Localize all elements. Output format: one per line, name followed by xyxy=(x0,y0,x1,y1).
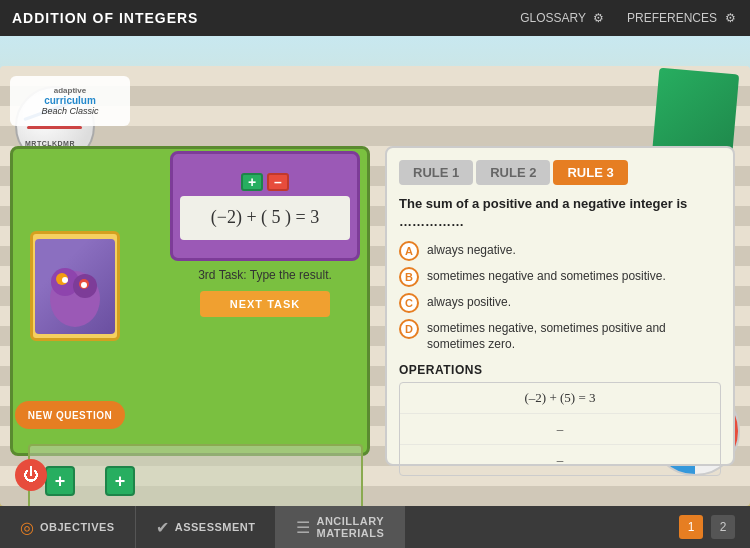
new-question-button[interactable]: NEW QUESTION xyxy=(15,401,125,429)
option-c-circle: C xyxy=(399,293,419,313)
assessment-label: ASSESSMENT xyxy=(175,521,256,533)
glossary-icon: ⚙ xyxy=(591,10,607,26)
assessment-icon: ✔ xyxy=(156,518,169,537)
materials-label: MATERIALS xyxy=(316,527,384,539)
objectives-label: OBJECTIVES xyxy=(40,521,115,533)
option-d-circle: D xyxy=(399,319,419,339)
ancillary-nav[interactable]: ☰ ANCILLARY MATERIALS xyxy=(276,506,405,548)
option-a-circle: A xyxy=(399,241,419,261)
logo-line1: adaptive xyxy=(54,86,86,95)
main-content: MRTCLKDMR adaptive curriculum Beach Clas… xyxy=(0,36,750,506)
logo-line2: curriculum xyxy=(44,95,96,106)
objectives-icon: ◎ xyxy=(20,518,34,537)
operations-title: OPERATIONS xyxy=(399,363,721,377)
op-row-3: – xyxy=(400,445,720,475)
operations-section: OPERATIONS (–2) + (5) = 3 – – xyxy=(399,363,721,476)
rule-tab-2[interactable]: RULE 2 xyxy=(476,160,550,185)
glossary-label: GLOSSARY xyxy=(520,11,586,25)
page-2[interactable]: 2 xyxy=(711,515,735,539)
question-box: + – (−2) + ( 5 ) = 3 xyxy=(170,151,360,261)
svg-point-5 xyxy=(62,277,68,283)
option-b[interactable]: B sometimes negative and sometimes posit… xyxy=(399,267,721,287)
preferences-nav[interactable]: PREFERENCES ⚙ xyxy=(627,10,738,26)
rule-question: The sum of a positive and a negative int… xyxy=(399,195,721,231)
option-c-text: always positive. xyxy=(427,293,511,311)
operations-box: (–2) + (5) = 3 – – xyxy=(399,382,721,476)
tile-plus-2[interactable]: + xyxy=(105,466,135,496)
logo-beach: Beach Classic xyxy=(41,106,98,116)
preferences-label: PREFERENCES xyxy=(627,11,717,25)
option-a-text: always negative. xyxy=(427,241,516,259)
task-text: 3rd Task: Type the result. xyxy=(198,268,332,282)
next-task-button[interactable]: NEXT TASK xyxy=(200,291,330,317)
options-list: A always negative. B sometimes negative … xyxy=(399,241,721,352)
ancillary-label: ANCILLARY xyxy=(316,515,384,527)
top-bar: ADDITION OF INTEGERS GLOSSARY ⚙ PREFEREN… xyxy=(0,0,750,36)
character-card xyxy=(30,231,120,341)
rule-tab-1[interactable]: RULE 1 xyxy=(399,160,473,185)
op-row-1: (–2) + (5) = 3 xyxy=(400,383,720,414)
tile-plus-1[interactable]: + xyxy=(45,466,75,496)
op-row-2: – xyxy=(400,414,720,445)
objectives-nav[interactable]: ◎ OBJECTIVES xyxy=(0,506,136,548)
svg-point-6 xyxy=(81,282,87,288)
task-label: 3rd Task: Type the result. xyxy=(170,268,360,282)
glossary-nav[interactable]: GLOSSARY ⚙ xyxy=(520,10,607,26)
logo-area: adaptive curriculum Beach Classic xyxy=(10,76,130,126)
option-a[interactable]: A always negative. xyxy=(399,241,721,261)
equation-display: (−2) + ( 5 ) = 3 xyxy=(180,196,350,240)
power-icon: ⏻ xyxy=(23,466,39,484)
power-button[interactable]: ⏻ xyxy=(15,459,47,491)
plus-icon: + xyxy=(241,173,263,191)
option-b-text: sometimes negative and sometimes positiv… xyxy=(427,267,666,285)
page-numbers: 1 2 xyxy=(679,515,735,539)
option-d-text: sometimes negative, sometimes positive a… xyxy=(427,319,721,352)
rule-tab-3[interactable]: RULE 3 xyxy=(553,160,627,185)
character-inner xyxy=(35,239,115,334)
plus-minus-icons: + – xyxy=(241,173,289,191)
tiles-area: + + + xyxy=(28,444,363,506)
app-title: ADDITION OF INTEGERS xyxy=(12,10,520,26)
assessment-nav[interactable]: ✔ ASSESSMENT xyxy=(136,506,277,548)
option-d[interactable]: D sometimes negative, sometimes positive… xyxy=(399,319,721,352)
option-b-circle: B xyxy=(399,267,419,287)
option-c[interactable]: C always positive. xyxy=(399,293,721,313)
top-nav: GLOSSARY ⚙ PREFERENCES ⚙ xyxy=(520,10,738,26)
minus-icon: – xyxy=(267,173,289,191)
rule-tabs: RULE 1 RULE 2 RULE 3 xyxy=(399,160,721,185)
page-1[interactable]: 1 xyxy=(679,515,703,539)
right-panel: RULE 1 RULE 2 RULE 3 The sum of a positi… xyxy=(385,146,735,466)
ancillary-icon: ☰ xyxy=(296,518,310,537)
preferences-icon: ⚙ xyxy=(722,10,738,26)
bottom-navigation: ◎ OBJECTIVES ✔ ASSESSMENT ☰ ANCILLARY MA… xyxy=(0,506,750,548)
